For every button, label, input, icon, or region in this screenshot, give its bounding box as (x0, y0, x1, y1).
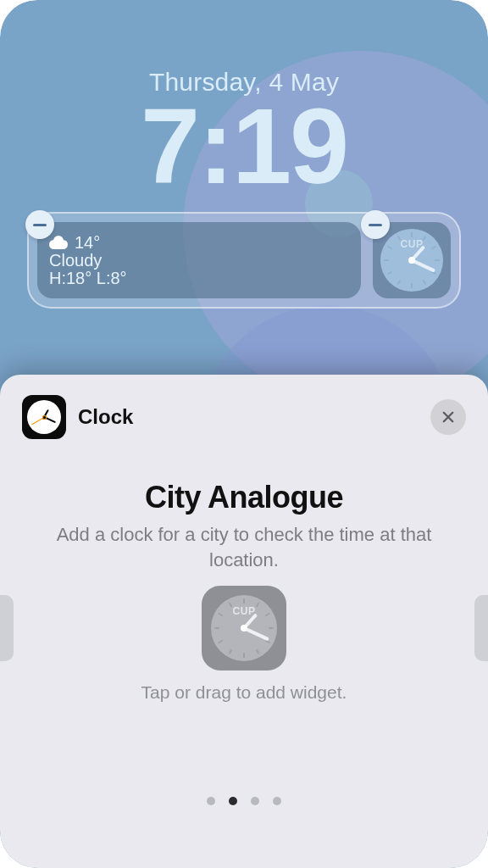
sheet-app-name: Clock (78, 405, 133, 429)
page-dot[interactable] (207, 797, 215, 805)
widget-title: City Analogue (22, 480, 466, 515)
clock-city-code: CUP (380, 238, 443, 250)
widget-picker-sheet: Clock City Analogue Add a clock for a ci… (0, 375, 488, 868)
weather-temp: 14° (75, 233, 100, 253)
sheet-header: Clock (22, 395, 466, 439)
page-indicator[interactable] (0, 797, 488, 805)
weather-high-low: H:18° L:8° (49, 269, 349, 288)
close-icon (441, 409, 456, 425)
close-button[interactable] (430, 399, 466, 435)
add-widget-hint: Tap or drag to add widget. (22, 682, 466, 703)
analog-clock-icon: CUP (380, 229, 443, 292)
analog-clock-icon: CUP (211, 595, 277, 661)
carousel-next-button[interactable] (474, 595, 488, 661)
cloud-icon (49, 236, 68, 249)
page-dot[interactable] (229, 797, 237, 805)
remove-widget-button[interactable] (25, 210, 54, 239)
carousel-prev-button[interactable] (0, 595, 14, 661)
preview-city-code: CUP (211, 605, 277, 617)
widget-description: Add a clock for a city to check the time… (22, 522, 466, 572)
clock-widget[interactable]: CUP (373, 222, 451, 298)
clock-app-icon (22, 395, 66, 439)
page-dot[interactable] (251, 797, 259, 805)
widget-row[interactable]: 14° Cloudy H:18° L:8° CUP (27, 212, 461, 309)
page-dot[interactable] (273, 797, 281, 805)
weather-condition: Cloudy (49, 251, 349, 270)
lockscreen-time[interactable]: 7:19 (141, 93, 347, 200)
weather-widget[interactable]: 14° Cloudy H:18° L:8° (37, 222, 361, 298)
widget-preview[interactable]: CUP (202, 586, 286, 670)
